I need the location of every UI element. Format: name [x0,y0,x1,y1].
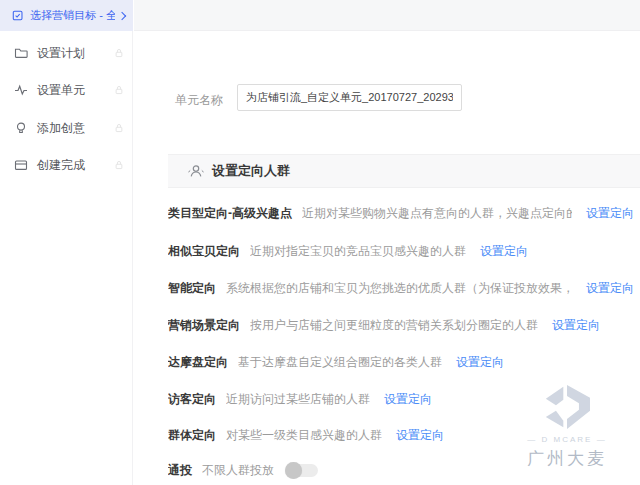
bulb-icon [14,121,28,135]
set-targeting-link[interactable]: 设置定向 [456,354,504,371]
targeting-name: 营销场景定向 [168,317,240,334]
targeting-row-broadcast: 通投 不限人群投放 [168,462,634,479]
unit-name-label: 单元名称 [175,92,223,109]
targeting-row-group: 群体定向 对某些一级类目感兴趣的人群 设置定向 [168,427,634,444]
targeting-desc: 近期对指定宝贝的竞品宝贝感兴趣的人群 [250,243,466,260]
set-targeting-link[interactable]: 设置定向 [586,280,634,297]
targeting-desc: 近期访问过某些店铺的人群 [226,391,370,408]
toggle-knob-icon [285,462,302,479]
targeting-row-damopan: 达摩盘定向 基于达摩盘自定义组合圈定的各类人群 设置定向 [168,354,634,371]
targeting-desc: 系统根据您的店铺和宝贝为您挑选的优质人群（为保证投放效果，建议持续投放2天以上） [226,280,572,297]
section-header-targeting: 设置定向人群 [168,154,640,188]
targeting-name: 智能定向 [168,280,216,297]
step-sidebar: 选择营销目标 - 全店 设置计划 设置单元 [0,0,133,485]
sidebar-item-create-complete[interactable]: 创建完成 [0,150,133,180]
main-top-strip [134,0,640,31]
targeting-row-similar-items: 相似宝贝定向 近期对指定宝贝的竞品宝贝感兴趣的人群 设置定向 [168,243,634,260]
targeting-name: 类目型定向-高级兴趣点 [168,205,292,222]
targeting-name: 群体定向 [168,427,216,444]
sidebar-item-marketing-goal[interactable]: 选择营销目标 - 全店 [0,0,133,31]
targeting-name: 达摩盘定向 [168,354,228,371]
targeting-row-smart: 智能定向 系统根据您的店铺和宝贝为您挑选的优质人群（为保证投放效果，建议持续投放… [168,280,634,297]
sidebar-item-label: 设置计划 [37,45,85,62]
lock-icon [114,160,124,171]
targeting-row-visitor: 访客定向 近期访问过某些店铺的人群 设置定向 [168,391,634,408]
targeting-name: 通投 [168,462,192,479]
chevron-right-icon [118,11,126,19]
sidebar-item-label: 选择营销目标 - 全店 [30,8,115,23]
broadcast-toggle[interactable] [286,464,318,477]
set-targeting-link[interactable]: 设置定向 [586,205,634,222]
targeting-desc: 对某些一级类目感兴趣的人群 [226,427,382,444]
sidebar-item-label: 添加创意 [37,120,85,137]
pulse-icon [14,83,28,97]
lock-icon [114,48,124,59]
targeting-desc: 基于达摩盘自定义组合圈定的各类人群 [238,354,442,371]
section-title: 设置定向人群 [212,162,290,180]
folder-icon [14,46,28,60]
sidebar-item-add-creative[interactable]: 添加创意 [0,113,133,143]
targeting-row-marketing-scene: 营销场景定向 按用户与店铺之间更细粒度的营销关系划分圈定的人群 设置定向 [168,317,634,334]
set-targeting-link[interactable]: 设置定向 [552,317,600,334]
targeting-desc: 近期对某些购物兴趣点有意向的人群，兴趣点定向的升级版。 [302,205,572,222]
people-icon [188,163,204,179]
sidebar-item-label: 设置单元 [37,82,85,99]
targeting-name: 相似宝贝定向 [168,243,240,260]
card-icon [14,158,28,172]
targeting-row-category: 类目型定向-高级兴趣点 近期对某些购物兴趣点有意向的人群，兴趣点定向的升级版。 … [168,205,634,222]
sidebar-item-label: 创建完成 [37,157,85,174]
sidebar-item-set-plan[interactable]: 设置计划 [0,38,133,68]
targeting-name: 访客定向 [168,391,216,408]
lock-icon [114,85,124,96]
unit-name-input[interactable] [237,84,462,111]
campaign-setup-page: 选择营销目标 - 全店 设置计划 设置单元 [0,0,640,485]
targeting-desc: 按用户与店铺之间更细粒度的营销关系划分圈定的人群 [250,317,538,334]
goal-icon [12,9,23,22]
set-targeting-link[interactable]: 设置定向 [396,427,444,444]
set-targeting-link[interactable]: 设置定向 [480,243,528,260]
targeting-desc: 不限人群投放 [202,462,274,479]
sidebar-item-set-unit[interactable]: 设置单元 [0,75,133,105]
lock-icon [114,123,124,134]
set-targeting-link[interactable]: 设置定向 [384,391,432,408]
